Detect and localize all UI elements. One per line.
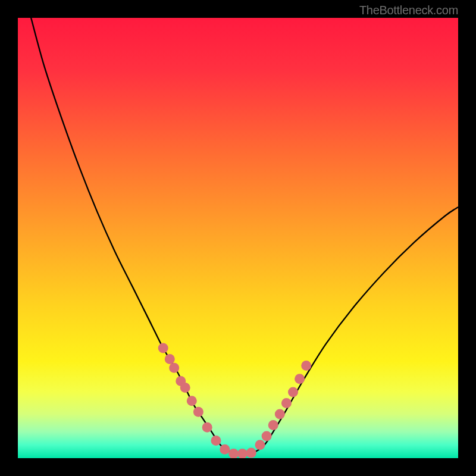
plot-area — [18, 18, 458, 458]
marker-dot — [262, 431, 272, 441]
marker-dot — [202, 422, 212, 433]
marker-dot — [288, 387, 298, 397]
marker-dot — [180, 383, 190, 393]
marker-dot — [165, 354, 175, 364]
marker-dot — [237, 449, 248, 458]
marker-dot — [255, 440, 265, 450]
marker-dot — [295, 374, 305, 384]
marker-dot — [275, 409, 285, 419]
highlight-dots — [158, 343, 312, 459]
marker-dot — [301, 361, 311, 371]
marker-dot — [158, 343, 168, 353]
marker-dot — [246, 448, 256, 458]
marker-dot — [193, 407, 203, 417]
curve-layer — [18, 18, 458, 458]
marker-dot — [187, 396, 197, 406]
marker-dot — [281, 398, 292, 408]
marker-dot — [220, 444, 230, 455]
marker-dot — [228, 449, 239, 458]
marker-dot — [268, 420, 278, 430]
bottleneck-curve — [31, 18, 458, 454]
watermark-text: TheBottleneck.com — [359, 4, 458, 17]
marker-dot — [169, 363, 179, 373]
marker-dot — [211, 436, 221, 446]
